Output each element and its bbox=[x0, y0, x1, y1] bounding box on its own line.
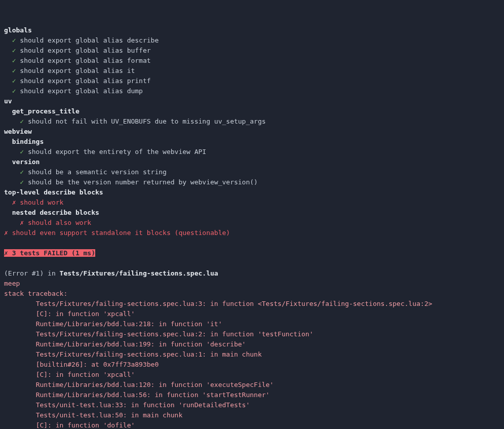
error-prefix: (Error #1) in bbox=[4, 269, 60, 277]
traceback-line: Tests/unit-test.lua:50: in main chunk bbox=[36, 411, 183, 419]
error-message: meep bbox=[4, 280, 20, 287]
terminal-output: globals ✓ should export global alias des… bbox=[4, 25, 500, 429]
traceback-line: Tests/unit-test.lua:33: in function 'run… bbox=[36, 401, 250, 409]
sub-suite-name: nested describe blocks bbox=[12, 209, 99, 216]
test-name: should export global alias dump bbox=[20, 87, 143, 95]
check-icon: ✓ bbox=[12, 77, 16, 85]
sub-suite-name: version bbox=[12, 158, 40, 166]
test-name: should export global alias buffer bbox=[20, 47, 150, 54]
check-icon: ✓ bbox=[12, 36, 16, 44]
traceback-line: Runtime/Libraries/bdd.lua:218: in functi… bbox=[36, 320, 222, 328]
check-icon: ✓ bbox=[20, 178, 24, 186]
traceback-line: Tests/Fixtures/failing-sections.spec.lua… bbox=[36, 300, 433, 307]
check-icon: ✓ bbox=[12, 87, 16, 95]
traceback-line: Runtime/Libraries/bdd.lua:120: in functi… bbox=[36, 381, 274, 388]
suite-name: uv bbox=[4, 97, 12, 105]
test-name: should export global alias format bbox=[20, 57, 150, 64]
traceback-line: Runtime/Libraries/bdd.lua:56: in functio… bbox=[36, 391, 270, 399]
traceback-header: stack traceback: bbox=[4, 290, 67, 297]
test-name: should export the entirety of the webvie… bbox=[28, 148, 206, 155]
sub-suite-name: bindings bbox=[12, 138, 44, 145]
traceback-line: [C]: in function 'xpcall' bbox=[36, 310, 135, 318]
test-name: should export global alias printf bbox=[20, 77, 150, 85]
test-name: should be a semantic version string bbox=[28, 168, 167, 176]
test-name: should also work bbox=[28, 219, 91, 226]
traceback-line: Runtime/Libraries/bdd.lua:199: in functi… bbox=[36, 340, 246, 348]
cross-icon: ✗ bbox=[4, 229, 8, 237]
test-name: should export global alias it bbox=[20, 67, 135, 74]
test-name: should even support standalone it blocks… bbox=[12, 229, 230, 237]
error-file: Tests/Fixtures/failing-sections.spec.lua bbox=[60, 269, 218, 277]
cross-icon: ✗ bbox=[20, 219, 24, 226]
check-icon: ✓ bbox=[12, 57, 16, 64]
suite-name: globals bbox=[4, 26, 32, 34]
sub-suite-name: get_process_title bbox=[12, 107, 80, 115]
summary-text: 3 tests FAILED (1 ms) bbox=[12, 249, 95, 257]
check-icon: ✓ bbox=[20, 168, 24, 176]
traceback-line: [C]: in function 'dofile' bbox=[36, 421, 135, 429]
summary-badge: ✗ 3 tests FAILED (1 ms) bbox=[4, 249, 95, 257]
test-name: should work bbox=[20, 199, 63, 206]
suite-name: webview bbox=[4, 128, 32, 135]
check-icon: ✓ bbox=[20, 148, 24, 155]
cross-icon: ✗ bbox=[4, 249, 8, 257]
traceback-line: [builtin#26]: at 0x7ff73a893be0 bbox=[36, 361, 159, 368]
check-icon: ✓ bbox=[12, 47, 16, 54]
check-icon: ✓ bbox=[20, 118, 24, 125]
test-name: should not fail with UV_ENOBUFS due to m… bbox=[28, 118, 266, 125]
traceback-line: Tests/Fixtures/failing-sections.spec.lua… bbox=[36, 350, 262, 358]
test-name: should export global alias describe bbox=[20, 36, 159, 44]
traceback-line: Tests/Fixtures/failing-sections.spec.lua… bbox=[36, 330, 314, 338]
test-name: should be the version number returned by… bbox=[28, 178, 258, 186]
suite-name: top-level describe blocks bbox=[4, 188, 103, 196]
traceback-line: [C]: in function 'xpcall' bbox=[36, 371, 135, 378]
cross-icon: ✗ bbox=[12, 199, 16, 206]
check-icon: ✓ bbox=[12, 67, 16, 74]
